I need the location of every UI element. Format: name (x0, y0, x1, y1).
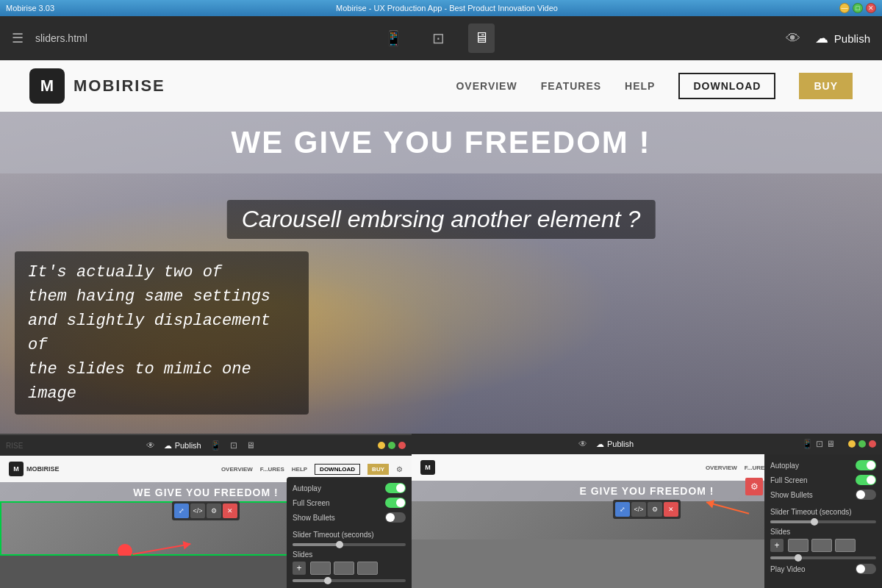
mini-close-right[interactable] (869, 440, 876, 448)
mini-edit-btn-move[interactable]: ⤢ (174, 503, 189, 518)
window-controls: — □ ✕ (839, 3, 876, 13)
settings-video-slider[interactable] (293, 579, 406, 582)
preview-icon[interactable]: 👁 (786, 30, 800, 47)
add-slide-button[interactable]: + (293, 562, 306, 575)
mini-edit-settings-right[interactable]: ⚙ (648, 502, 662, 517)
close-button[interactable]: ✕ (866, 3, 876, 13)
slider-fill (293, 543, 338, 546)
slide-thumb-1[interactable] (310, 562, 331, 575)
mini-edit-btn-settings[interactable]: ⚙ (207, 503, 221, 518)
mini-eye-left[interactable]: 👁 (146, 440, 155, 451)
slide-thumb-right-2[interactable] (811, 539, 832, 552)
mini-mobile-right[interactable]: 📱 (802, 439, 813, 449)
mini-nav-download: DOWNLOAD (315, 464, 360, 475)
settings-timeout-label: Slider Timeout (seconds) (293, 531, 374, 539)
mini-mobile-left[interactable]: 📱 (210, 440, 221, 451)
description-annotation: It's actually two of them having same se… (15, 251, 309, 415)
mini-publish-left[interactable]: ☁ Publish (164, 440, 201, 451)
settings-autoplay-toggle-right[interactable] (856, 460, 876, 470)
cloud-icon: ☁ (815, 30, 828, 46)
mini-edit-delete-right[interactable]: ✕ (664, 502, 678, 517)
mini-desktop-right[interactable]: 🖥 (826, 439, 835, 449)
settings-timeout-slider[interactable] (293, 543, 406, 546)
toolbar-right: 👁 ☁ Publish (786, 30, 870, 47)
mini-gear-icon-left[interactable]: ⚙ (396, 465, 403, 473)
nav-buy-button[interactable]: BUY (799, 73, 853, 99)
slider-thumb-right[interactable] (811, 518, 818, 526)
settings-bullets-toggle-right[interactable] (856, 490, 876, 500)
mobile-device-button[interactable]: 📱 (379, 24, 409, 53)
mini-toolbar-center-left: 👁 ☁ Publish 📱 ⊡ 🖥 (30, 440, 370, 451)
mini-tablet-right[interactable]: ⊡ (816, 439, 823, 449)
mini-edit-btn-delete[interactable]: ✕ (223, 503, 237, 518)
mini-desktop-left[interactable]: 🖥 (246, 440, 255, 451)
slide-thumb-3[interactable] (357, 562, 378, 575)
mini-publish-right[interactable]: ☁ Publish (596, 439, 634, 449)
settings-play-video-slider[interactable] (770, 556, 876, 559)
nav-features[interactable]: FEATURES (541, 80, 601, 92)
video-slider-thumb[interactable] (324, 577, 331, 584)
mini-gear-icon-right[interactable]: ⚙ (745, 478, 763, 495)
mini-edit-move-right[interactable]: ⤢ (615, 502, 630, 517)
settings-panel-left: Autoplay Full Screen Show Bullets Slider… (287, 477, 412, 588)
mini-eye-right[interactable]: 👁 (578, 439, 587, 449)
settings-play-video-label: Play Video (770, 565, 806, 573)
settings-timeout-slider-right[interactable] (770, 520, 876, 523)
mini-minimize-right[interactable] (848, 440, 856, 448)
mini-nav-overview-right: OVERVIEW (706, 465, 737, 471)
mini-window-controls-right (848, 440, 876, 448)
toolbar-center: 📱 ⊡ 🖥 (99, 24, 774, 53)
slide-thumb-2[interactable] (334, 562, 354, 575)
mini-left-title: RISE (6, 442, 23, 450)
mini-logo-icon-left: M (9, 462, 24, 476)
slide-thumbnails (310, 562, 378, 575)
hero-slider: WE GIVE YOU FREEDOM ! Carousell embrsing… (0, 112, 882, 435)
mini-cloud-left: ☁ (164, 441, 172, 451)
slide-thumb-right-1[interactable] (788, 539, 808, 552)
site-nav-links: OVERVIEW FEATURES HELP DOWNLOAD BUY (456, 73, 853, 99)
settings-fullscreen-row-right: Full Screen (770, 475, 876, 485)
mini-nav-overview: OVERVIEW (221, 466, 253, 473)
settings-autoplay-label-right: Autoplay (770, 462, 799, 470)
tablet-device-button[interactable]: ⊡ (426, 24, 451, 53)
settings-bullets-toggle[interactable] (385, 512, 406, 523)
add-slide-button-right[interactable]: + (770, 539, 784, 552)
maximize-button[interactable]: □ (853, 3, 863, 13)
slide-thumb-right-3[interactable] (835, 539, 856, 552)
mini-minimize-left[interactable] (378, 442, 385, 449)
publish-button[interactable]: ☁ Publish (815, 30, 870, 46)
settings-fullscreen-toggle-right[interactable] (856, 475, 876, 485)
app-title: Mobirise 3.03 (6, 4, 54, 12)
desktop-device-button[interactable]: 🖥 (468, 24, 495, 53)
mini-edit-toolbar-left: ⤢ </> ⚙ ✕ (172, 501, 240, 520)
slide-thumbnails-right (788, 539, 856, 552)
site-logo: M MOBIRISE (29, 68, 165, 104)
nav-help[interactable]: HELP (625, 80, 655, 92)
hero-title: WE GIVE YOU FREEDOM ! (13, 125, 869, 160)
settings-autoplay-row: Autoplay (293, 483, 406, 493)
mini-maximize-right[interactable] (858, 440, 866, 448)
carousel-question-text: Carousell embrsing another element ? (242, 206, 641, 232)
minimize-button[interactable]: — (839, 3, 850, 13)
bottom-right: 👁 ☁ Publish 📱 ⊡ 🖥 (412, 434, 882, 588)
settings-play-video-row-right (770, 556, 876, 559)
description-line3: and slightly displacement of (28, 309, 295, 357)
mini-edit-btn-code[interactable]: </> (190, 503, 205, 518)
mini-close-left[interactable] (398, 442, 406, 449)
play-video-thumb[interactable] (795, 554, 802, 562)
mini-tablet-left[interactable]: ⊡ (230, 440, 237, 451)
settings-play-video-toggle[interactable] (856, 564, 876, 574)
mini-edit-code-right[interactable]: </> (631, 502, 646, 517)
settings-slides-title: Slides (293, 551, 406, 559)
mini-maximize-left[interactable] (388, 442, 395, 449)
nav-download-button[interactable]: DOWNLOAD (678, 73, 775, 99)
settings-fullscreen-toggle[interactable] (385, 498, 406, 508)
nav-overview[interactable]: OVERVIEW (456, 80, 517, 92)
mini-edit-toolbar-right: ⤢ </> ⚙ ✕ (613, 500, 681, 519)
menu-icon[interactable]: ☰ (12, 30, 24, 46)
settings-autoplay-toggle[interactable] (385, 483, 406, 493)
slider-thumb[interactable] (336, 541, 343, 548)
settings-fullscreen-row: Full Screen (293, 498, 406, 508)
mini-logo-left: M MOBIRISE (9, 462, 60, 476)
settings-bullets-label-right: Show Bullets (770, 491, 813, 499)
